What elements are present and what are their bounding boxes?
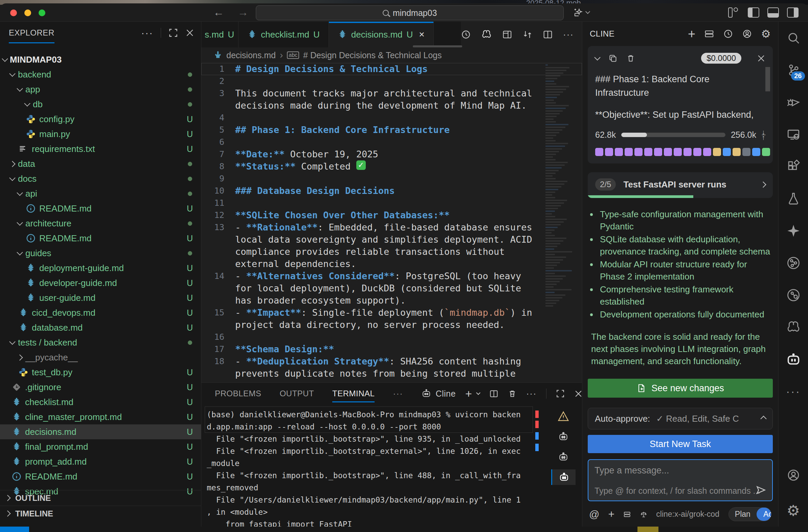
toggle-secondary-sidebar-icon[interactable] xyxy=(787,7,798,18)
close-task-icon[interactable] xyxy=(757,54,765,62)
tree-item-main-py[interactable]: main.pyU xyxy=(0,127,201,142)
timeline-square-purple[interactable] xyxy=(664,148,672,156)
editor-line[interactable]: prevents duplicate notes from being stor… xyxy=(201,368,582,380)
timeline-square-purple[interactable] xyxy=(693,148,701,156)
editor-line[interactable]: has broader ecosystem support). xyxy=(201,294,582,307)
sparkle-ai-view-icon[interactable] xyxy=(778,215,808,247)
focus-chain-card[interactable]: 2/5 Test FastAPI server runs xyxy=(588,172,773,198)
tree-item-tests-backend[interactable]: tests / backend xyxy=(0,335,201,350)
open-preview-icon[interactable] xyxy=(502,30,512,40)
tree-item-deployment-guide-md[interactable]: deployment-guide.mdU xyxy=(0,261,201,275)
timeline-square-purple[interactable] xyxy=(605,148,613,156)
command-center-search[interactable]: mindmap03 xyxy=(256,5,564,20)
extensions-view-icon[interactable] xyxy=(778,150,808,182)
tree-item-docs[interactable]: docs xyxy=(0,171,201,186)
section-timeline[interactable]: TIMELINE xyxy=(0,506,201,521)
start-new-task-button[interactable]: Start New Task xyxy=(588,435,773,453)
tree-item-cline-master-prompt-md[interactable]: cline_master_prompt.mdU xyxy=(0,409,201,424)
section-outline[interactable]: OUTLINE xyxy=(0,490,201,506)
timeline-square-purple[interactable] xyxy=(625,148,633,156)
tree-item-architecture[interactable]: architecture xyxy=(0,216,201,231)
timeline-square-purple[interactable] xyxy=(703,148,711,156)
graph-view-icon[interactable] xyxy=(778,247,808,279)
remote-indicator[interactable] xyxy=(0,527,29,532)
editor-line[interactable]: 17**Schema Design:** xyxy=(201,343,582,355)
close-tab-icon[interactable]: × xyxy=(419,29,424,40)
editor-line[interactable]: 9 xyxy=(201,172,582,185)
copilot-menu-button[interactable] xyxy=(573,7,589,18)
minimap[interactable] xyxy=(546,64,575,382)
tree-item-db[interactable]: db xyxy=(0,97,201,112)
source-control-view-icon[interactable]: 26 xyxy=(778,54,808,86)
tree-item-decisions-md[interactable]: decisions.mdU xyxy=(0,424,201,439)
editor-tab-s-md[interactable]: s.mdU xyxy=(201,22,239,48)
tree-item-api[interactable]: api xyxy=(0,186,201,201)
editor-more-actions-icon[interactable]: ··· xyxy=(563,30,574,40)
terminal-tab-cline-robot-icon[interactable] xyxy=(551,429,575,444)
terminal-tab-cline-robot-active[interactable] xyxy=(551,470,575,485)
editor-line[interactable]: 15- **Impact**: Single-file deployment (… xyxy=(201,307,582,319)
tree-item-test-db-py[interactable]: test_db.pyU xyxy=(0,365,201,380)
minimize-window-button[interactable] xyxy=(24,10,31,16)
message-input[interactable]: Type a message... Type @ for context, / … xyxy=(588,459,773,501)
timeline-square-purple[interactable] xyxy=(654,148,662,156)
terminal-tab-cline-robot-icon[interactable] xyxy=(551,449,575,465)
more-views-icon[interactable]: ··· xyxy=(778,375,808,407)
tree-item-developer-guide-md[interactable]: developer-guide.mdU xyxy=(0,275,201,290)
tree-item--gitignore[interactable]: .gitignoreU xyxy=(0,380,201,395)
editor-line[interactable]: 8**Status:** Completed ✓ xyxy=(201,160,582,172)
breadcrumb-symbol[interactable]: # Design Decisions & Technical Logs xyxy=(303,51,442,60)
editor-line[interactable]: 16 xyxy=(201,331,582,343)
run-debug-view-icon[interactable] xyxy=(778,86,808,118)
timeline-square-purple[interactable] xyxy=(615,148,623,156)
editor-line[interactable]: 14- **Alternatives Considered**: Postgre… xyxy=(201,270,582,282)
timeline-square-blue[interactable] xyxy=(723,148,731,156)
account-icon[interactable] xyxy=(778,459,808,491)
collapse-context-icon[interactable]: ↓---↑ xyxy=(761,130,765,140)
timeline-history-icon[interactable] xyxy=(461,30,471,40)
editor-line[interactable]: 11 xyxy=(201,197,582,209)
tree-item-user-guide-md[interactable]: user-guide.mdU xyxy=(0,290,201,305)
editor-line[interactable]: 7**Date:** October 19, 2025 xyxy=(201,148,582,160)
mcp-icon[interactable] xyxy=(623,510,631,519)
delete-task-icon[interactable] xyxy=(626,54,635,62)
rules-scale-icon[interactable] xyxy=(640,510,648,519)
tree-item-requirements-txt[interactable]: requirements.txtU xyxy=(0,142,201,157)
cline-settings-gear-icon[interactable]: ⚙ xyxy=(761,27,771,40)
close-sidebar-icon[interactable] xyxy=(185,29,194,37)
model-selector[interactable]: cline:x-ai/grok-code-f... xyxy=(656,510,720,519)
tree-item-checklist-md[interactable]: checklist.mdU xyxy=(0,395,201,409)
editor-content[interactable]: 1# Design Decisions & Technical Logs23Th… xyxy=(201,63,582,382)
tree-item-cicd-devops-md[interactable]: cicd_devops.mdU xyxy=(0,305,201,320)
compare-changes-icon[interactable] xyxy=(522,30,533,40)
toggle-panel-icon[interactable] xyxy=(767,7,779,18)
navigate-forward-button[interactable]: → xyxy=(238,6,249,19)
testing-view-icon[interactable] xyxy=(778,182,808,215)
task-card-scrollbar[interactable] xyxy=(765,67,770,91)
editor-line[interactable]: 6 xyxy=(201,136,582,148)
tree-item-app[interactable]: app xyxy=(0,82,201,97)
maximize-panel-icon[interactable] xyxy=(556,389,565,398)
editor-tab-decisions-md[interactable]: decisions.mdU× xyxy=(329,22,434,48)
tree-item-readme-md[interactable]: README.mdU xyxy=(0,469,201,484)
breadcrumb[interactable]: decisions.md › abc # Design Decisions & … xyxy=(201,48,582,63)
send-icon[interactable] xyxy=(755,484,767,496)
tree-item-final-prompt-md[interactable]: final_prompt.mdU xyxy=(0,439,201,454)
timeline-square-gray[interactable] xyxy=(742,148,751,156)
timeline-square-purple[interactable] xyxy=(644,148,653,156)
tree-item-config-py[interactable]: config.pyU xyxy=(0,112,201,127)
navigate-back-button[interactable]: ← xyxy=(213,6,224,19)
tab-problems[interactable]: PROBLEMS xyxy=(215,383,261,404)
tree-item-mindmap03[interactable]: MINDMAP03 xyxy=(0,52,201,67)
timeline-square-purple[interactable] xyxy=(674,148,682,156)
editor-line[interactable]: external dependencies. xyxy=(201,258,582,270)
terminal-output[interactable]: (base) danielkliewer@Daniels-MacBook-Pro… xyxy=(207,408,538,527)
plan-mode-button[interactable]: Plan xyxy=(729,508,757,521)
editor-line[interactable]: 3This document tracks major architectura… xyxy=(201,87,582,99)
editor-line[interactable]: local data sovereignty and simplifies de… xyxy=(201,234,582,246)
settings-gear-icon[interactable]: ⚙ xyxy=(778,494,808,527)
task-timeline[interactable] xyxy=(595,148,765,156)
tree-item-readme-md[interactable]: README.mdU xyxy=(0,201,201,216)
act-mode-button[interactable]: Act xyxy=(757,508,771,521)
editor-line[interactable]: decisions made during the development of… xyxy=(201,99,582,112)
